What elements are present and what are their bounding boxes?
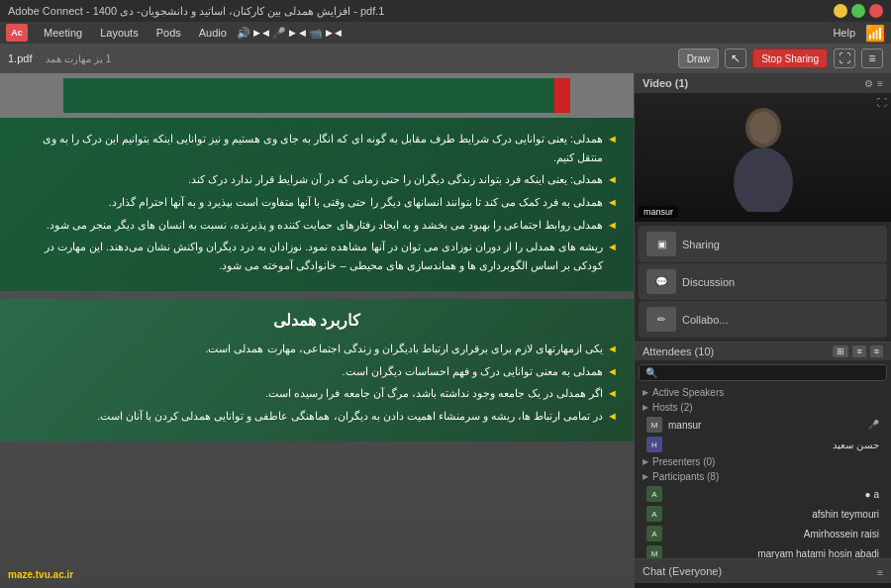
slide-bullet2: ◄یکی ازمهارتهای لازم برای برقراری ارتباط… bbox=[16, 340, 618, 358]
slide-bullets2: ◄یکی ازمهارتهای لازم برای برقراری ارتباط… bbox=[16, 340, 618, 426]
slide-header-bar bbox=[0, 73, 634, 118]
cursor-icon[interactable]: ↖ bbox=[725, 49, 746, 68]
chat-header: Chat (Everyone) ≡ bbox=[635, 559, 891, 583]
participants-label: Participants (8) bbox=[639, 469, 887, 484]
attendees-controls[interactable]: ⊞ ≡ ≡ bbox=[833, 345, 883, 357]
slide-bullet: ◄همدلی: یعنی اینکه فرد بتواند زندگی دیگر… bbox=[16, 170, 618, 189]
menu-layouts[interactable]: Layouts bbox=[92, 25, 147, 41]
list-item: A afshin teymouri bbox=[639, 504, 887, 524]
host-mansur: M mansur 🎤 bbox=[639, 415, 887, 435]
discussion-tab[interactable]: 💬 Discussion bbox=[639, 263, 887, 300]
chat-title: Chat (Everyone) bbox=[643, 565, 722, 577]
sharing-tab[interactable]: ▣ Sharing bbox=[639, 226, 887, 262]
chat-body: hasan akbarzadeh shahrodkolai: سلامروز.و… bbox=[635, 583, 891, 588]
video-person bbox=[635, 93, 891, 222]
minimize-button[interactable] bbox=[834, 4, 847, 18]
search-input[interactable] bbox=[657, 367, 880, 378]
discussion-tab-label: Discussion bbox=[682, 276, 735, 288]
red-marker-top bbox=[554, 78, 570, 113]
video-menu-icon[interactable]: ≡ bbox=[877, 78, 883, 89]
participants-list: A a ● A afshin teymouri A Amirhossein ra… bbox=[639, 484, 887, 558]
volume-control[interactable]: 🔊 ▶ ◀ 🎤 ▶ ◀ 📹 ▶ ◀ bbox=[237, 27, 343, 40]
slide-bullet: ◄ریشه های همدلی را از دوران نوزادی می تو… bbox=[16, 238, 618, 274]
signal-icon: 📶 bbox=[865, 24, 885, 43]
sharing-tab-label: Sharing bbox=[682, 239, 720, 250]
slide-bullet2: ◄همدلی به معنی توانایی درک و فهم احساسات… bbox=[16, 362, 618, 381]
maximize-button[interactable] bbox=[851, 4, 865, 18]
bullet-arrow: ◄ bbox=[607, 238, 618, 256]
bullet-arrow: ◄ bbox=[607, 170, 618, 189]
collab-tab[interactable]: ✏ Collabo... bbox=[639, 301, 887, 338]
active-speakers-label: Active Speakers bbox=[639, 385, 887, 400]
attendees-menu[interactable]: ≡ bbox=[870, 345, 883, 357]
menu-pods[interactable]: Pods bbox=[148, 25, 189, 41]
video-panel-controls[interactable]: ⚙ ≡ bbox=[864, 78, 883, 89]
grid-icon[interactable]: ≡ bbox=[861, 49, 883, 68]
menu-help[interactable]: Help bbox=[825, 25, 863, 41]
host-hasan-avatar: H bbox=[646, 437, 662, 452]
video-name-tag: mansur bbox=[639, 206, 678, 218]
bullet-arrow: ◄ bbox=[607, 216, 618, 235]
attendees-search[interactable]: 🔍 bbox=[639, 364, 887, 381]
video-settings-icon[interactable]: ⚙ bbox=[864, 78, 873, 89]
attendees-list-view[interactable]: ≡ bbox=[852, 345, 865, 357]
fullscreen-icon[interactable]: ⛶ bbox=[834, 49, 855, 68]
bullet-text2: اگر همدلی در یک جامعه وجود نداشته باشد، … bbox=[265, 384, 603, 403]
attendees-body: 🔍 Active Speakers Hosts (2) M mansur 🎤 H… bbox=[635, 360, 891, 558]
video-panel-title: Video (1) bbox=[643, 77, 688, 89]
list-item: A Amirhossein raisi bbox=[639, 524, 887, 543]
host-mansur-avatar: M bbox=[646, 417, 662, 433]
hosts-label: Hosts (2) bbox=[639, 400, 887, 415]
stop-sharing-button[interactable]: Stop Sharing bbox=[752, 49, 828, 68]
collab-tab-label: Collabo... bbox=[682, 314, 728, 326]
bullet-text: همدلی به فرد کمک می کند تا بتوانند انسان… bbox=[109, 193, 603, 212]
sharing-tab-icon: ▣ bbox=[646, 232, 676, 256]
menu-bar: Ac Meeting Layouts Pods Audio 🔊 ▶ ◀ 🎤 ▶ … bbox=[0, 22, 891, 44]
slide-bullet2: ◄اگر همدلی در یک جامعه وجود نداشته باشد،… bbox=[16, 384, 618, 403]
video-controls[interactable]: ⛶ bbox=[877, 97, 887, 108]
app-logo: Ac bbox=[6, 24, 28, 42]
attendees-header: Attendees (10) ⊞ ≡ ≡ bbox=[635, 343, 891, 360]
collab-tab-icon: ✏ bbox=[646, 307, 676, 332]
bullet-text: ریشه های همدلی را از دوران نوزادی می توا… bbox=[16, 238, 603, 274]
slide-bullet2: ◄در تمامی ارتباط ها، ریشه و سرمنشاء اهمی… bbox=[16, 407, 618, 426]
side-tabs: ▣ Sharing 💬 Discussion ✏ Collabo... bbox=[635, 222, 891, 342]
chat-menu-icon[interactable]: ≡ bbox=[877, 567, 883, 578]
host-mansur-name: mansur bbox=[668, 420, 862, 431]
slide-bullet: ◄همدلی روابط اجتماعی را بهبود می بخشد و … bbox=[16, 216, 618, 235]
search-icon: 🔍 bbox=[645, 367, 657, 378]
window-controls bbox=[834, 4, 883, 18]
svg-point-2 bbox=[749, 112, 777, 144]
participant-name: a ● bbox=[668, 489, 879, 500]
host-hasan-name: حسن سعيد bbox=[668, 440, 879, 450]
list-item: M maryam hatami hosin abadi bbox=[639, 543, 887, 558]
participant-avatar: M bbox=[646, 545, 662, 558]
person-video bbox=[724, 103, 803, 212]
participant-name: afshin teymouri bbox=[668, 509, 879, 520]
bullet-arrow: ◄ bbox=[607, 130, 618, 148]
slide-bullets: ◄همدلی: یعنی توانایی درک شرایط طرف مقابل… bbox=[16, 130, 618, 275]
participant-avatar: A bbox=[646, 526, 662, 541]
slide-bullet: ◄همدلی: یعنی توانایی درک شرایط طرف مقابل… bbox=[16, 130, 618, 166]
bullet-arrow2: ◄ bbox=[607, 384, 618, 403]
bullet-arrow2: ◄ bbox=[607, 362, 618, 381]
bullet-text: همدلی: یعنی اینکه فرد بتواند زندگی دیگرا… bbox=[188, 170, 603, 189]
chat-header-controls[interactable]: ≡ bbox=[877, 562, 883, 580]
slide-section2: کاربرد همدلی ◄یکی ازمهارتهای لازم برای ب… bbox=[0, 299, 634, 441]
slide-main-section: ◄همدلی: یعنی توانایی درک شرایط طرف مقابل… bbox=[0, 118, 634, 291]
presenters-label: Presenters (0) bbox=[639, 454, 887, 469]
participant-name: Amirhossein raisi bbox=[668, 529, 879, 539]
section2-title: کاربرد همدلی bbox=[16, 311, 618, 330]
menu-audio[interactable]: Audio bbox=[191, 25, 235, 41]
right-panel: Video (1) ⚙ ≡ bbox=[634, 73, 891, 588]
draw-button[interactable]: Draw bbox=[678, 49, 719, 68]
close-button[interactable] bbox=[869, 4, 883, 18]
video-expand-icon[interactable]: ⛶ bbox=[877, 97, 887, 108]
video-frame: mansur ⛶ bbox=[635, 93, 891, 222]
attendees-grid-view[interactable]: ⊞ bbox=[833, 345, 848, 357]
toolbar: 1.pdf 1 یز مهارت همد Draw ↖ Stop Sharing… bbox=[0, 44, 891, 73]
menu-meeting[interactable]: Meeting bbox=[36, 25, 90, 41]
attendees-title: Attendees (10) bbox=[643, 345, 714, 357]
video-section: Video (1) ⚙ ≡ bbox=[635, 73, 891, 343]
pdf-viewer[interactable]: ◄همدلی: یعنی توانایی درک شرایط طرف مقابل… bbox=[0, 73, 634, 588]
